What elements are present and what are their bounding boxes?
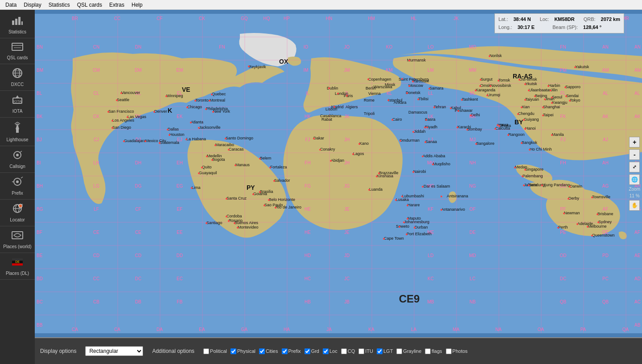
- svg-text:BD: BD: [37, 276, 43, 281]
- svg-text:Belo Horizonte: Belo Horizonte: [269, 197, 295, 202]
- svg-text:JE: JE: [344, 230, 350, 235]
- checkbox-flags[interactable]: [425, 348, 431, 354]
- sidebar-item-qsl-cards[interactable]: QSL cards: [0, 38, 35, 64]
- svg-text:Samara: Samara: [429, 86, 444, 90]
- svg-text:IO: IO: [304, 45, 309, 49]
- check-flags[interactable]: flags: [425, 348, 442, 354]
- sidebar-item-dxcc[interactable]: DXCC: [0, 64, 35, 91]
- checkbox-loc[interactable]: [323, 348, 329, 354]
- svg-point-481: [591, 235, 593, 237]
- svg-text:HM: HM: [368, 16, 375, 21]
- svg-point-397: [408, 60, 410, 61]
- svg-text:Minsk: Minsk: [385, 82, 395, 87]
- sidebar-item-prefix[interactable]: Prefix: [0, 173, 35, 200]
- sidebar-item-iota[interactable]: IOTA IOTA: [0, 91, 35, 118]
- svg-text:Surgut: Surgut: [481, 77, 493, 82]
- svg-point-437: [376, 176, 378, 177]
- checkbox-prefix[interactable]: [282, 348, 288, 354]
- svg-point-488: [123, 140, 125, 142]
- svg-point-412: [425, 119, 427, 121]
- checkbox-physical[interactable]: [230, 348, 236, 354]
- svg-point-427: [319, 149, 321, 151]
- menu-statistics[interactable]: Statistics: [45, 1, 74, 9]
- map-type-select[interactable]: Rectangular Azimuthal Mercator: [85, 346, 143, 356]
- zoom-globe-button[interactable]: 🌐: [629, 174, 640, 185]
- svg-text:Vienna: Vienna: [368, 91, 381, 96]
- sidebar-item-locator[interactable]: Locator: [0, 200, 35, 226]
- svg-text:CC: CC: [114, 16, 120, 21]
- svg-text:DG: DG: [135, 184, 142, 188]
- svg-text:Cordoba: Cordoba: [226, 214, 242, 218]
- sidebar-item-callsign[interactable]: Callsign: [0, 146, 35, 173]
- svg-text:EC: EC: [177, 276, 183, 281]
- svg-point-410: [428, 88, 430, 90]
- zoom-label: Zoom: [629, 187, 640, 192]
- checkbox-photos[interactable]: [446, 348, 452, 354]
- svg-point-444: [407, 218, 408, 220]
- svg-text:CF: CF: [135, 207, 141, 212]
- check-prefix[interactable]: Prefix: [282, 348, 301, 354]
- svg-text:AD: AD: [634, 276, 641, 281]
- zoom-fit-button[interactable]: ⤢: [629, 162, 640, 172]
- check-photos[interactable]: Photos: [446, 348, 468, 354]
- svg-text:MA: MA: [453, 327, 460, 332]
- map-container[interactable]: BN BM BL BK BJ BI BH BG BF BE BD BC BB B…: [35, 10, 642, 337]
- check-political[interactable]: Political: [203, 348, 227, 354]
- zoom-out-button[interactable]: -: [629, 149, 640, 160]
- svg-point-517: [259, 191, 261, 193]
- checkbox-political[interactable]: [203, 348, 209, 354]
- sidebar-item-statistics[interactable]: Statistics: [0, 12, 35, 38]
- svg-text:Nairobi: Nairobi: [413, 169, 426, 174]
- main-layout: Statistics QSL cards DXCC IOTA IOTA Ligh…: [0, 10, 642, 364]
- menu-qsl-cards[interactable]: QSL cards: [74, 1, 106, 9]
- sidebar-item-lighthouse[interactable]: Lighthouse: [0, 118, 35, 146]
- svg-text:LC: LC: [470, 276, 476, 281]
- svg-point-513: [235, 164, 236, 166]
- display-options-label: Display options: [40, 348, 76, 354]
- svg-text:Rabat: Rabat: [321, 117, 333, 122]
- zoom-hand-button[interactable]: ✋: [629, 200, 640, 211]
- svg-text:Sendai: Sendai: [566, 94, 579, 98]
- svg-point-520: [275, 207, 276, 209]
- checkbox-grd[interactable]: [305, 348, 310, 354]
- svg-point-478: [587, 226, 588, 228]
- sidebar-item-places-dl[interactable]: DE Places (DL): [0, 253, 35, 280]
- svg-text:DH: DH: [135, 160, 141, 165]
- menu-help[interactable]: Help: [128, 1, 146, 9]
- check-grayline[interactable]: Grayline: [396, 348, 421, 354]
- svg-text:Omdurman: Omdurman: [399, 138, 420, 143]
- checkbox-lgt[interactable]: [377, 348, 383, 354]
- menu-display[interactable]: Display: [20, 1, 45, 9]
- check-itu[interactable]: ITU: [358, 348, 373, 354]
- menu-data[interactable]: Data: [2, 1, 20, 9]
- check-physical[interactable]: Physical: [230, 348, 255, 354]
- check-cq[interactable]: CQ: [341, 348, 355, 354]
- svg-text:AM: AM: [634, 68, 641, 73]
- checkbox-itu[interactable]: [358, 348, 364, 354]
- svg-point-501: [169, 134, 170, 136]
- svg-text:Bangalore: Bangalore: [476, 141, 494, 146]
- svg-text:LL: LL: [428, 91, 433, 96]
- check-grd[interactable]: Grd: [305, 348, 319, 354]
- checkbox-grayline[interactable]: [396, 348, 402, 354]
- svg-text:Jiddah: Jiddah: [414, 129, 426, 134]
- check-lgt[interactable]: LGT: [377, 348, 393, 354]
- svg-text:OD: OD: [560, 253, 567, 258]
- check-loc[interactable]: Loc: [323, 348, 337, 354]
- svg-text:JH: JH: [344, 137, 350, 142]
- checkbox-cq[interactable]: [341, 348, 347, 354]
- svg-point-431: [424, 141, 426, 143]
- svg-text:Jacksonville: Jacksonville: [199, 125, 221, 130]
- lon-label: Long.:: [498, 24, 512, 32]
- lighthouse-label: Lighthouse: [7, 137, 29, 142]
- svg-point-409: [406, 92, 408, 94]
- svg-text:FB: FB: [177, 299, 183, 304]
- checkbox-cities[interactable]: [259, 348, 265, 354]
- sidebar-item-places-world[interactable]: Places (world): [0, 226, 35, 253]
- zoom-in-button[interactable]: +: [629, 137, 640, 147]
- svg-point-448: [414, 227, 416, 229]
- svg-point-432: [422, 155, 424, 157]
- svg-point-533: [490, 85, 491, 87]
- menu-extras[interactable]: Extras: [106, 1, 128, 9]
- check-cities[interactable]: Cities: [259, 348, 278, 354]
